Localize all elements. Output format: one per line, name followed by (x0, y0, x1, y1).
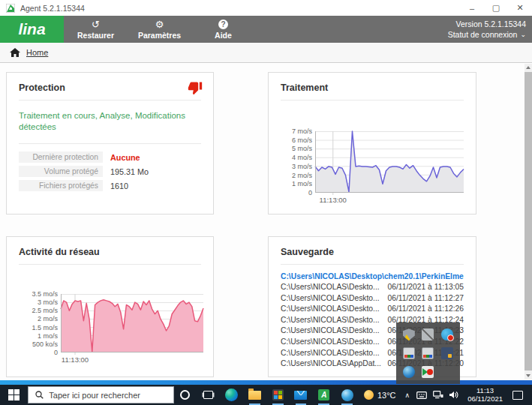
windows-logo-icon (8, 389, 20, 400)
traitement-card: Traitement 7 mo/s6 mo/s5 mo/s4 mo/s3 mo/… (268, 72, 476, 214)
x-tick-label: 11:13:00 (62, 356, 89, 364)
y-tick-label: 7 mo/s (292, 128, 312, 135)
y-tick-label: 4 mo/s (292, 154, 312, 161)
file-path: C:\Users\NICOLAS\Deskto... (281, 315, 380, 326)
clock-time: 11:13 (467, 387, 503, 395)
printer-icon[interactable] (422, 347, 434, 359)
network-activity-card-title: Activité du réseau (19, 247, 201, 257)
gear-icon: ⚙ (155, 20, 164, 30)
speaker-icon[interactable] (446, 391, 462, 399)
file-path: C:\Users\NICOLAS\AppDat... (281, 358, 381, 370)
connection-status-dropdown[interactable]: Statut de connexion ⌄ (448, 30, 526, 39)
close-button[interactable]: ✕ (508, 0, 532, 16)
temperature-label: 13°C (377, 391, 396, 400)
edge-button[interactable] (220, 385, 243, 405)
stat-value: 195.31 Mo (110, 167, 149, 176)
folder-icon (248, 391, 261, 400)
aide-button[interactable]: ? Aide (191, 16, 255, 43)
y-tick-label: 3 mo/s (38, 298, 58, 306)
protection-status-text: Traitement en cours, Analyse, Modificati… (19, 110, 191, 133)
security-shield-warning-icon[interactable] (403, 328, 415, 340)
minimize-button[interactable]: – (460, 0, 484, 16)
globe-sync-icon[interactable] (403, 366, 415, 378)
protection-card: Protection Traitement en cours, Analyse,… (6, 72, 214, 214)
backup-file-row: C:\Users\NICOLAS\Deskto...06/11/2021 à 1… (281, 282, 464, 293)
y-tick-label: 2 mo/s (38, 315, 58, 322)
backup-file-row: C:\Users\NICOLAS\Deskto...06/11/2021 à 1… (281, 304, 464, 315)
y-tick-label: 2.5 mo/s (32, 307, 58, 314)
file-time: 06/11/2021 à 11:12:27 (387, 293, 464, 304)
tray-overflow-popup (396, 322, 460, 384)
y-tick-label: 1.5 mo/s (32, 324, 58, 332)
file-path: C:\Users\NICOLAS\Deskto... (281, 337, 380, 348)
hardware-error-icon[interactable] (422, 366, 434, 378)
stat-label: Volume protégé (19, 166, 103, 177)
stat-row-fichiers-proteges: Fichiers protégés 1610 (19, 180, 201, 191)
y-tick-label: 6 mo/s (292, 136, 312, 144)
file-path: C:\Users\NICOLAS\Deskto... (281, 304, 380, 315)
lina-agent-icon: A (318, 389, 329, 400)
taskbar-clock[interactable]: 11:13 06/11/2021 (462, 387, 508, 403)
presence-status-icon[interactable] (441, 328, 453, 340)
store-icon (272, 389, 284, 400)
stat-row-volume-protege: Volume protégé 195.31 Mo (19, 166, 201, 177)
vertical-scrollbar[interactable] (524, 64, 532, 380)
mail-button[interactable] (290, 385, 313, 405)
cortana-button[interactable] (174, 385, 197, 405)
file-explorer-button[interactable] (243, 385, 266, 405)
y-tick-label: 5 mo/s (292, 145, 312, 152)
y-axis-labels: 3.5 mo/s3 mo/s2.5 mo/s2 mo/s1.5 mo/s1 mo… (17, 294, 61, 352)
action-center-icon[interactable] (512, 391, 523, 400)
taskbar-search-input[interactable]: Taper ici pour rechercher (28, 386, 173, 404)
tray-chevron-up-icon[interactable]: ∧ (401, 392, 414, 399)
network-activity-card: Activité du réseau 3.5 mo/s3 mo/s2.5 mo/… (6, 236, 214, 377)
restaurer-button[interactable]: ↺ Restaurer (64, 16, 128, 43)
backup-file-link[interactable]: C:\Users\NICOLAS\Desktop\chem20.1\Perkin… (281, 271, 464, 282)
y-tick-label: 2 mo/s (292, 172, 312, 179)
file-time: 06/11/2021 à 11:12:26 (387, 304, 464, 315)
plot-area: 11:13:00 (61, 294, 203, 364)
store-button[interactable] (266, 385, 290, 405)
projector-muted-icon[interactable] (422, 328, 434, 340)
network-drive-icon[interactable] (441, 347, 453, 359)
vertical-scrollbar-thumb[interactable] (524, 72, 532, 370)
window-title: Agent 5.2.1.15344 (20, 4, 85, 13)
file-path: C:\Users\NICOLAS\Deskto... (281, 282, 380, 293)
plot-area: 11:13:00 (315, 131, 464, 205)
traitement-chart: 7 mo/s6 mo/s5 mo/s4 mo/s3 mo/s2 mo/s1 mo… (281, 131, 464, 205)
connection-status-label: Statut de connexion (448, 30, 518, 39)
globe-icon (341, 389, 353, 401)
y-tick-label: 3.5 mo/s (32, 290, 58, 298)
breadcrumb-home-link[interactable]: Home (26, 48, 48, 57)
weather-widget[interactable]: 13°C (359, 385, 401, 405)
scroll-down-arrow-icon[interactable] (524, 372, 532, 380)
start-button[interactable] (0, 385, 28, 405)
stat-label: Fichiers protégés (19, 180, 103, 191)
help-icon: ? (218, 20, 228, 29)
system-tray: ∧ 11:13 06/11/2021 (401, 385, 532, 405)
parametres-button[interactable]: ⚙ Paramètres (128, 16, 191, 43)
maximize-button[interactable]: ▢ (484, 0, 508, 16)
file-path: C:\Users\NICOLAS\Deskto... (281, 326, 380, 337)
restore-clock-icon: ↺ (92, 20, 100, 30)
y-tick-label: 1 mo/s (38, 332, 58, 340)
backup-file-row: C:\Users\NICOLAS\Deskto...06/11/2021 à 1… (281, 293, 464, 304)
network-icon[interactable] (430, 391, 446, 399)
y-axis-labels: 7 mo/s6 mo/s5 mo/s4 mo/s3 mo/s2 mo/s1 mo… (281, 131, 315, 193)
touch-keyboard-icon[interactable] (413, 392, 430, 399)
y-tick-label: 0 (308, 189, 312, 196)
file-path: C:\Users\NICOLAS\Deskto... (281, 293, 380, 304)
mail-icon (294, 391, 307, 400)
browser-globe-button[interactable] (335, 385, 359, 405)
cortana-icon (180, 390, 190, 400)
network-activity-chart: 3.5 mo/s3 mo/s2.5 mo/s2 mo/s1.5 mo/s1 mo… (17, 294, 203, 364)
protection-stats: Dernière protection Aucune Volume protég… (19, 152, 201, 191)
parametres-label: Paramètres (138, 31, 181, 40)
printer-icon[interactable] (403, 347, 415, 359)
task-view-button[interactable] (197, 385, 220, 405)
scroll-up-arrow-icon[interactable] (524, 64, 532, 71)
search-icon (35, 391, 44, 399)
stat-label: Dernière protection (19, 152, 103, 163)
lina-agent-button[interactable]: A (312, 385, 335, 405)
file-time: 06/11/2021 à 11:13:05 (387, 282, 464, 293)
